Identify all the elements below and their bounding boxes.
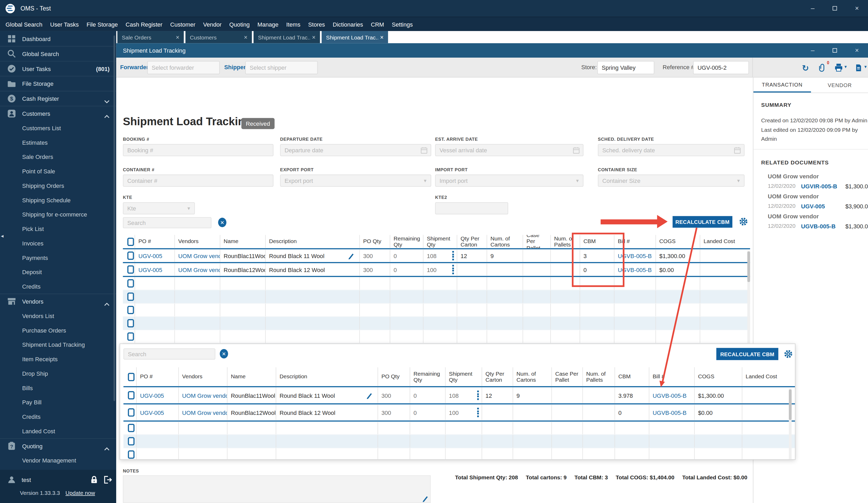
- row-checkbox[interactable]: [127, 306, 134, 314]
- menu-item-stores[interactable]: Stores: [304, 17, 329, 31]
- row-checkbox[interactable]: [128, 424, 134, 432]
- table-scrollbar[interactable]: [747, 250, 750, 344]
- store-input[interactable]: Spring Valley: [597, 61, 654, 74]
- tab-customers-1[interactable]: Customers×: [185, 31, 252, 43]
- related-doc-link[interactable]: UGVIR-005-B: [801, 183, 837, 189]
- table-scrollbar[interactable]: [789, 388, 792, 459]
- menu-item-cash-register[interactable]: Cash Register: [122, 17, 166, 31]
- row-checkbox[interactable]: [128, 408, 134, 417]
- row-checkbox[interactable]: [127, 265, 134, 274]
- menu-item-quoting[interactable]: Quoting: [226, 17, 254, 31]
- sidebar-subitem-landed-cost[interactable]: Landed Cost: [0, 424, 116, 438]
- export-document-icon[interactable]: ▼: [854, 63, 864, 73]
- column-header-description[interactable]: Description: [276, 367, 378, 386]
- column-header-case-per-pallet[interactable]: Case Per Pallet: [552, 367, 583, 386]
- clear-search-icon[interactable]: ✕: [218, 218, 227, 227]
- container-number-input[interactable]: Container #: [123, 174, 273, 187]
- row-menu-icon[interactable]: [452, 265, 454, 274]
- search-input[interactable]: Search: [123, 217, 211, 228]
- sidebar-item-global-search[interactable]: Global Search: [0, 46, 116, 61]
- edit-description-icon[interactable]: [348, 252, 355, 259]
- notes-textarea[interactable]: [123, 475, 431, 503]
- column-header-num-of-cartons[interactable]: Num. of Cartons: [487, 235, 523, 248]
- gear-icon[interactable]: [783, 349, 793, 359]
- cell-po[interactable]: UGV-005: [135, 249, 175, 262]
- row-checkbox[interactable]: [127, 279, 134, 288]
- menu-item-file-storage[interactable]: File Storage: [83, 17, 122, 31]
- sidebar-subitem-vendors-list[interactable]: Vendors List: [0, 309, 116, 323]
- column-header-description[interactable]: Description: [266, 235, 360, 248]
- export-port-select[interactable]: Export port▼: [280, 174, 431, 187]
- column-header-cbm[interactable]: CBM: [615, 367, 650, 386]
- edit-notes-icon[interactable]: [422, 495, 429, 502]
- menu-item-user-tasks[interactable]: User Tasks: [46, 17, 83, 31]
- menu-item-settings[interactable]: Settings: [388, 17, 417, 31]
- tab-sale-orders-0[interactable]: Sale Orders×: [117, 31, 184, 43]
- column-header-name[interactable]: Name: [220, 235, 266, 248]
- column-header-cogs[interactable]: COGS: [695, 367, 742, 386]
- shipper-input[interactable]: Select shipper: [245, 61, 318, 74]
- row-menu-icon[interactable]: [477, 391, 479, 400]
- sidebar-item-user-tasks[interactable]: User Tasks(801): [0, 61, 116, 76]
- sidebar-item-file-storage[interactable]: File Storage: [0, 76, 116, 91]
- row-menu-icon[interactable]: [452, 251, 454, 260]
- column-header-landed-cost[interactable]: Landed Cost: [742, 367, 795, 386]
- related-doc-link[interactable]: UGVB-005-B: [801, 223, 835, 229]
- tab-close-icon[interactable]: ×: [380, 34, 384, 40]
- sidebar-subitem-credits[interactable]: Credits: [0, 279, 116, 294]
- menu-item-customer[interactable]: Customer: [166, 17, 199, 31]
- menu-item-manage[interactable]: Manage: [254, 17, 282, 31]
- sidebar-subitem-credits[interactable]: Credits: [0, 409, 116, 424]
- app-maximize-button[interactable]: [824, 4, 846, 12]
- sidebar-subitem-drop-ship[interactable]: Drop Ship: [0, 366, 116, 381]
- departure-date-input[interactable]: Departure date: [280, 144, 431, 156]
- search-input[interactable]: Search: [124, 349, 216, 360]
- lock-icon[interactable]: [90, 475, 99, 484]
- sidebar-subitem-estimates[interactable]: Estimates: [0, 135, 116, 150]
- sidebar-subitem-pay-bill[interactable]: Pay Bill: [0, 395, 116, 409]
- tab-shipment-load-trac-2[interactable]: Shipment Load Trac...×: [254, 31, 320, 43]
- sidebar-subitem-invoices[interactable]: Invoices: [0, 236, 116, 250]
- menu-item-crm[interactable]: CRM: [367, 17, 388, 31]
- sidebar-subitem-sale-orders[interactable]: Sale Orders: [0, 150, 116, 164]
- sched-delivery-date-input[interactable]: Sched. delivery date: [598, 144, 744, 156]
- booking-input[interactable]: Booking #: [123, 144, 273, 156]
- forwarder-input[interactable]: Select forwarder: [147, 61, 220, 74]
- cell-vendor[interactable]: UOM Grow vendor: [179, 387, 227, 403]
- tab-close-icon[interactable]: ×: [312, 34, 316, 40]
- recalculate-cbm-button[interactable]: RECALCULATE CBM: [716, 348, 778, 360]
- column-header-remaining-qty[interactable]: Remaining Qty: [410, 367, 446, 386]
- select-all-checkbox[interactable]: [128, 373, 134, 381]
- row-checkbox[interactable]: [127, 319, 134, 328]
- reference-input[interactable]: UGV-005-2: [693, 61, 749, 74]
- column-header-bill[interactable]: Bill #: [649, 367, 695, 386]
- sidebar-subitem-vendor-management[interactable]: Vendor Management: [0, 453, 116, 468]
- logout-icon[interactable]: [103, 475, 112, 484]
- cell-vendor[interactable]: UOM Grow vendor: [179, 404, 227, 420]
- recalculate-cbm-button[interactable]: RECALCULATE CBM: [673, 216, 732, 228]
- doc-minimize-button[interactable]: –: [802, 47, 824, 54]
- column-header-vendors[interactable]: Vendors: [175, 235, 220, 248]
- app-close-button[interactable]: ×: [846, 4, 868, 12]
- column-header-landed-cost[interactable]: Landed Cost: [700, 235, 750, 248]
- doc-maximize-button[interactable]: [824, 47, 846, 54]
- sidebar-subitem-item-receipts[interactable]: Item Receipts: [0, 352, 116, 366]
- tab-close-icon[interactable]: ×: [176, 34, 179, 40]
- print-icon[interactable]: ▼: [834, 63, 844, 73]
- sidebar-subitem-shipment-load-tracking[interactable]: Shipment Load Tracking: [0, 337, 116, 352]
- row-checkbox[interactable]: [127, 293, 134, 301]
- sidebar-subitem-deposit[interactable]: Deposit: [0, 265, 116, 279]
- tab-vendor[interactable]: VENDOR: [811, 78, 868, 93]
- sidebar-scrollbar[interactable]: [114, 36, 115, 401]
- column-header-qty-per-carton[interactable]: Qty Per Carton: [482, 367, 513, 386]
- column-header-po[interactable]: PO #: [135, 235, 175, 248]
- sidebar-item-vendors[interactable]: Vendors: [0, 294, 116, 309]
- gear-icon[interactable]: [738, 217, 748, 227]
- row-checkbox[interactable]: [128, 391, 134, 400]
- menu-item-global-search[interactable]: Global Search: [2, 17, 46, 31]
- cell-vendor[interactable]: UOM Grow vendor: [175, 249, 220, 262]
- kte2-input[interactable]: [435, 202, 508, 214]
- doc-close-button[interactable]: ×: [846, 47, 868, 54]
- sidebar-collapse-icon[interactable]: ◄: [0, 234, 4, 239]
- sidebar-item-cash-register[interactable]: $Cash Register: [0, 91, 116, 106]
